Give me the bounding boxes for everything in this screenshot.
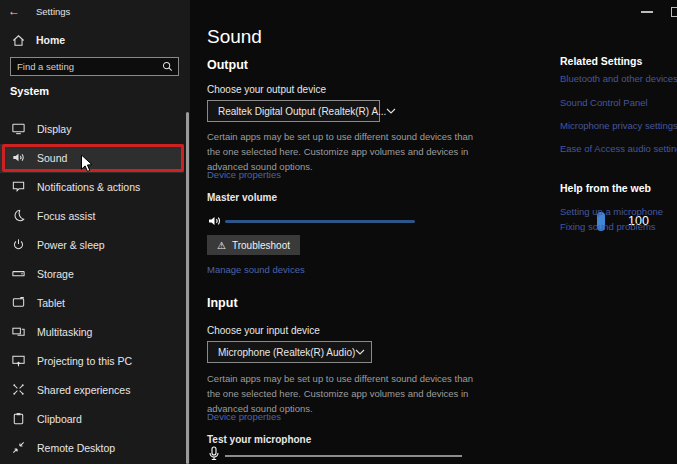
nav-label: Tablet	[37, 297, 65, 309]
sidebar-item-home[interactable]: Home	[0, 30, 186, 52]
clipboard-icon	[11, 411, 27, 427]
input-device-value: Microphone (Realtek(R) Audio)	[218, 347, 355, 358]
search-icon	[162, 61, 173, 72]
output-device-properties-link[interactable]: Device properties	[207, 169, 281, 180]
input-device-label: Choose your input device	[207, 325, 320, 336]
sidebar-item-power-sleep[interactable]: Power & sleep	[0, 231, 184, 260]
troubleshoot-label: Troubleshoot	[232, 240, 290, 251]
link-fixing-sound-problems[interactable]: Fixing sound problems	[560, 221, 656, 232]
sidebar-item-tablet[interactable]: Tablet	[0, 289, 184, 318]
sidebar-item-focus-assist[interactable]: Focus assist	[0, 202, 184, 231]
sidebar-item-shared-experiences[interactable]: Shared experiences	[0, 376, 184, 405]
projecting-icon	[11, 353, 27, 369]
storage-icon	[11, 266, 27, 282]
shared-experiences-icon	[11, 382, 27, 398]
sidebar-scrollbar[interactable]	[186, 112, 189, 464]
nav-label: Display	[37, 123, 71, 135]
nav-label: Power & sleep	[37, 239, 105, 251]
input-device-properties-link[interactable]: Device properties	[207, 411, 281, 422]
output-device-dropdown[interactable]: Realtek Digital Output (Realtek(R) A...	[207, 100, 380, 122]
troubleshoot-button[interactable]: ⚠ Troubleshoot	[207, 235, 300, 255]
sidebar-item-sound[interactable]: Sound	[0, 144, 184, 173]
chevron-down-icon	[386, 108, 396, 115]
output-section-heading: Output	[207, 58, 248, 72]
nav-label: Shared experiences	[37, 384, 130, 396]
sidebar-section-system: System	[10, 85, 49, 97]
home-label: Home	[36, 34, 65, 46]
sidebar-item-remote-desktop[interactable]: Remote Desktop	[0, 434, 184, 463]
page-title: Sound	[207, 26, 262, 48]
sound-icon	[11, 150, 27, 166]
speaker-icon	[207, 213, 223, 233]
focus-assist-icon	[11, 208, 27, 224]
power-icon	[11, 237, 27, 253]
warning-icon: ⚠	[217, 240, 226, 251]
sidebar-item-storage[interactable]: Storage	[0, 260, 184, 289]
nav-label: Projecting to this PC	[37, 355, 132, 367]
titlebar: ← Settings	[0, 3, 190, 21]
settings-window: ← Settings Home System Display	[0, 0, 677, 464]
sidebar-nav: Display Sound Notifications & actions Fo…	[0, 115, 186, 463]
remote-desktop-icon	[11, 440, 27, 456]
output-description: Certain apps may be set up to use differ…	[207, 129, 481, 175]
output-device-value: Realtek Digital Output (Realtek(R) A...	[218, 106, 386, 117]
help-from-web-heading: Help from the web	[560, 182, 651, 194]
nav-label: Multitasking	[37, 326, 92, 338]
master-volume-slider[interactable]	[225, 220, 415, 223]
multitasking-icon	[11, 324, 27, 340]
window-title: Settings	[36, 6, 70, 17]
nav-label: Clipboard	[37, 413, 82, 425]
master-volume-label: Master volume	[207, 192, 277, 203]
search-box[interactable]	[10, 57, 179, 76]
link-bluetooth-other-devices[interactable]: Bluetooth and other devices	[560, 73, 677, 84]
microphone-level-meter	[225, 455, 462, 457]
link-ease-of-access-audio[interactable]: Ease of Access audio settings	[560, 143, 677, 154]
search-input[interactable]	[11, 61, 162, 72]
input-device-dropdown[interactable]: Microphone (Realtek(R) Audio)	[207, 341, 372, 363]
link-sound-control-panel[interactable]: Sound Control Panel	[560, 97, 648, 108]
link-setting-up-microphone[interactable]: Setting up a microphone	[560, 206, 663, 217]
main-content: Sound Output Choose your output device R…	[190, 0, 677, 464]
sidebar-item-multitasking[interactable]: Multitasking	[0, 318, 184, 347]
sidebar-item-projecting[interactable]: Projecting to this PC	[0, 347, 184, 376]
back-button[interactable]: ←	[8, 4, 20, 18]
sidebar-item-clipboard[interactable]: Clipboard	[0, 405, 184, 434]
test-microphone-label: Test your microphone	[207, 434, 311, 445]
notifications-icon	[11, 179, 27, 195]
link-microphone-privacy[interactable]: Microphone privacy settings	[560, 120, 677, 131]
chevron-down-icon	[355, 349, 365, 356]
output-device-label: Choose your output device	[207, 84, 326, 95]
related-settings-heading: Related Settings	[560, 55, 642, 67]
microphone-icon	[207, 446, 221, 464]
input-section-heading: Input	[207, 296, 238, 310]
nav-label: Remote Desktop	[37, 442, 115, 454]
manage-sound-devices-link[interactable]: Manage sound devices	[207, 264, 305, 275]
sidebar: ← Settings Home System Display	[0, 0, 190, 464]
tablet-icon	[11, 295, 27, 311]
input-description: Certain apps may be set up to use differ…	[207, 371, 481, 417]
sidebar-item-notifications[interactable]: Notifications & actions	[0, 173, 184, 202]
home-icon	[11, 33, 27, 49]
nav-label: Notifications & actions	[37, 181, 140, 193]
display-icon	[11, 121, 27, 137]
nav-label: Sound	[37, 152, 67, 164]
nav-label: Focus assist	[37, 210, 95, 222]
sidebar-item-display[interactable]: Display	[0, 115, 184, 144]
nav-label: Storage	[37, 268, 74, 280]
